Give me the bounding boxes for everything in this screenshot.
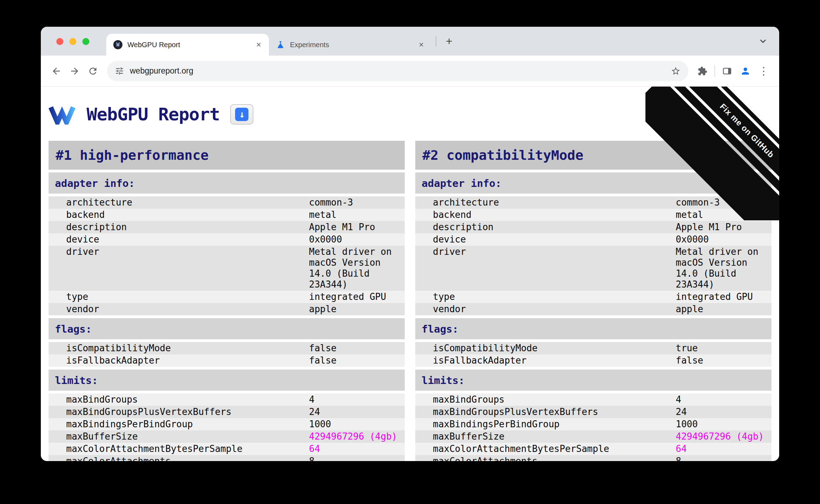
tab-close-icon[interactable]: × xyxy=(416,39,427,50)
data-row: maxBindGroups4 xyxy=(415,393,771,406)
row-value: 1000 xyxy=(676,419,771,430)
row-label: maxBindingsPerBindGroup xyxy=(49,419,309,430)
minimize-window-button[interactable] xyxy=(69,38,76,45)
row-value: 0x0000 xyxy=(309,234,405,245)
tab-strip-tools: + xyxy=(431,27,458,56)
row-value: 4 xyxy=(309,394,405,405)
download-icon: ↓ xyxy=(235,108,248,121)
toolbar-divider xyxy=(714,65,715,77)
adapter-columns: #1 high-performanceadapter info:architec… xyxy=(49,141,771,461)
kebab-menu-icon: ⋮ xyxy=(758,65,769,77)
data-row: architecturecommon-3 xyxy=(415,196,771,209)
tab-close-icon[interactable]: × xyxy=(253,39,264,50)
row-label: maxBufferSize xyxy=(49,431,309,442)
row-label: maxBindGroupsPlusVertexBuffers xyxy=(415,407,676,417)
row-value: Metal driver on macOS Version 14.0 (Buil… xyxy=(676,246,771,290)
reload-button[interactable] xyxy=(84,62,102,80)
row-label: maxBindGroupsPlusVertexBuffers xyxy=(49,407,309,417)
data-row: vendorapple xyxy=(49,303,405,315)
data-row: maxBindGroupsPlusVertexBuffers24 xyxy=(49,406,405,418)
row-label: isCompatibilityMode xyxy=(415,343,676,354)
row-label: maxBindingsPerBindGroup xyxy=(415,419,676,430)
data-row: descriptionApple M1 Pro xyxy=(49,221,405,233)
address-bar[interactable]: webgpureport.org xyxy=(107,61,688,81)
back-button[interactable] xyxy=(47,62,65,80)
adapter-rows: adapter info:architecturecommon-3backend… xyxy=(415,172,771,461)
data-row: typeintegrated GPU xyxy=(415,291,771,303)
download-button[interactable]: ↓ xyxy=(230,104,253,125)
side-panel-button[interactable] xyxy=(718,62,736,80)
row-label: maxColorAttachments xyxy=(415,456,676,461)
row-value: 24 xyxy=(676,407,771,417)
row-label: isFallbackAdapter xyxy=(49,355,309,366)
row-label: device xyxy=(415,234,676,245)
adapter-heading: #1 high-performance xyxy=(49,141,405,170)
zoom-window-button[interactable] xyxy=(82,38,89,45)
tabs: W WebGPU Report × Experiments × xyxy=(41,34,431,56)
data-row: device0x0000 xyxy=(49,233,405,246)
browser-toolbar: webgpureport.org ⋮ xyxy=(41,56,779,87)
close-window-button[interactable] xyxy=(56,38,63,45)
tab-webgpu-report[interactable]: W WebGPU Report × xyxy=(106,34,269,56)
row-value: Apple M1 Pro xyxy=(309,222,405,233)
tab-divider xyxy=(436,36,436,46)
experiments-flask-icon xyxy=(276,40,285,49)
site-settings-icon[interactable] xyxy=(115,66,124,76)
row-value: Apple M1 Pro xyxy=(676,222,771,233)
extensions-button[interactable] xyxy=(693,62,712,80)
adapter-column: #1 high-performanceadapter info:architec… xyxy=(49,141,405,461)
row-label: maxBindGroups xyxy=(415,394,676,405)
row-value: Metal driver on macOS Version 14.0 (Buil… xyxy=(309,246,405,290)
row-value: 1000 xyxy=(309,419,405,430)
data-row: maxColorAttachments8 xyxy=(415,455,771,461)
page-content: WebGPU Report ↓ #1 high-performanceadapt… xyxy=(41,87,779,461)
row-value: 8 xyxy=(309,456,405,461)
tab-search-chevron-button[interactable] xyxy=(755,34,771,49)
chevron-down-icon xyxy=(758,36,768,46)
data-row: vendorapple xyxy=(415,303,771,315)
row-value: 8 xyxy=(676,456,771,461)
tab-title: Experiments xyxy=(290,41,416,49)
tab-experiments[interactable]: Experiments × xyxy=(269,34,431,56)
row-value: 64 xyxy=(309,443,405,454)
row-value: integrated GPU xyxy=(309,291,405,302)
row-label: maxBindGroups xyxy=(49,394,309,405)
row-value: false xyxy=(676,355,771,366)
row-value: false xyxy=(309,355,405,366)
webgpu-favicon-icon: W xyxy=(113,40,122,49)
data-row: maxBindGroupsPlusVertexBuffers24 xyxy=(415,406,771,418)
data-row: driverMetal driver on macOS Version 14.0… xyxy=(415,246,771,291)
profile-button[interactable] xyxy=(736,62,755,80)
star-icon xyxy=(671,66,681,76)
row-value: 4294967296 (4gb) xyxy=(309,431,405,442)
data-row: device0x0000 xyxy=(415,233,771,246)
data-row: architecturecommon-3 xyxy=(49,196,405,209)
side-panel-icon xyxy=(722,66,732,76)
data-row: maxColorAttachmentBytesPerSample64 xyxy=(415,443,771,455)
webgpu-logo xyxy=(49,104,80,125)
section-title: adapter info: xyxy=(49,172,405,194)
row-value: metal xyxy=(309,209,405,220)
data-row: typeintegrated GPU xyxy=(49,291,405,303)
row-label: maxColorAttachmentBytesPerSample xyxy=(49,443,309,454)
row-label: driver xyxy=(415,246,676,290)
data-row: isCompatibilityModefalse xyxy=(49,342,405,354)
data-row: isFallbackAdapterfalse xyxy=(49,354,405,367)
bookmark-star-button[interactable] xyxy=(667,62,685,80)
puzzle-icon xyxy=(698,66,707,76)
data-row: maxBufferSize4294967296 (4gb) xyxy=(49,430,405,443)
section-title: flags: xyxy=(415,318,771,339)
url-text[interactable]: webgpureport.org xyxy=(130,66,667,76)
row-value: common-3 xyxy=(309,197,405,208)
new-tab-button[interactable]: + xyxy=(441,33,458,50)
data-row: maxColorAttachments8 xyxy=(49,455,405,461)
forward-button[interactable] xyxy=(65,62,84,80)
browser-menu-button[interactable]: ⋮ xyxy=(755,62,773,80)
data-row: backendmetal xyxy=(415,209,771,221)
row-value: 24 xyxy=(309,407,405,417)
row-label: isCompatibilityMode xyxy=(49,343,309,354)
row-label: device xyxy=(49,234,309,245)
data-row: descriptionApple M1 Pro xyxy=(415,221,771,233)
browser-window: W WebGPU Report × Experiments × + xyxy=(41,27,779,461)
row-label: isFallbackAdapter xyxy=(415,355,676,366)
